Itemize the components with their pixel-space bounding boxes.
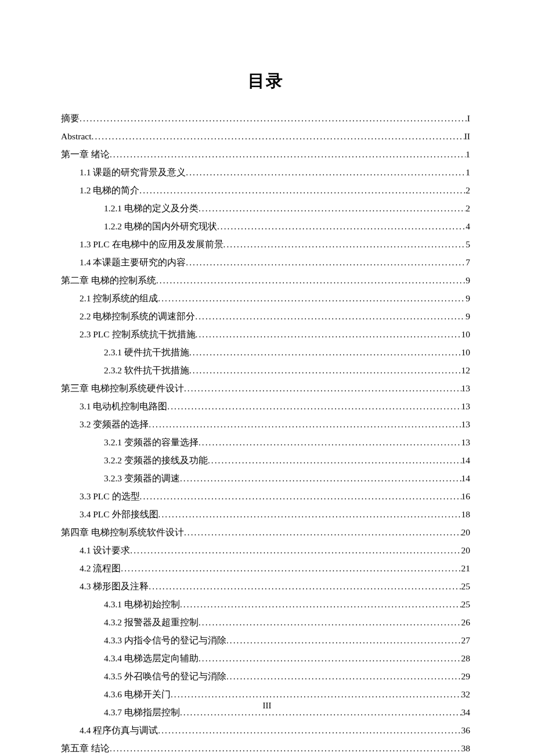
toc-entry-page: 1	[466, 145, 470, 163]
toc-dot-leader: ........................................…	[189, 361, 461, 379]
toc-entry: 第四章 电梯控制系统软件设计 .........................…	[61, 523, 470, 541]
toc-entry: 3.3 PLC 的选型 ............................…	[61, 487, 470, 505]
toc-dot-leader: ........................................…	[92, 127, 464, 145]
toc-entry: 2.2 电梯控制系统的调速部分 ........................…	[61, 307, 470, 325]
toc-dot-leader: ........................................…	[184, 523, 461, 541]
toc-dot-leader: ........................................…	[180, 595, 461, 613]
toc-dot-leader: ........................................…	[199, 199, 466, 217]
toc-entry-page: 14	[461, 451, 471, 469]
toc-entry-page: 14	[461, 469, 471, 487]
toc-entry-label: 4.3.1 电梯初始控制	[104, 595, 180, 613]
toc-entry: 4.3.4 电梯选层定向辅助 .........................…	[61, 649, 470, 667]
toc-dot-leader: ........................................…	[149, 577, 461, 595]
toc-entry-label: 1.4 本课题主要研究的内容	[80, 253, 186, 271]
toc-entry-label: 第三章 电梯控制系统硬件设计	[61, 379, 184, 397]
toc-entry: 4.3.2 报警器及超重控制 .........................…	[61, 613, 470, 631]
toc-entry: Abstract ...............................…	[61, 127, 470, 145]
toc-entry-page: 29	[461, 667, 471, 685]
toc-entry-label: 4.3.3 内指令信号的登记与消除	[104, 631, 226, 649]
toc-entry-label: 1.3 PLC 在电梯中的应用及发展前景	[80, 235, 223, 253]
toc-entry-page: 2	[466, 181, 470, 199]
toc-entry-label: 4.3 梯形图及注释	[80, 577, 149, 595]
toc-dot-leader: ........................................…	[121, 559, 461, 577]
toc-entry-page: 13	[461, 379, 471, 397]
toc-entry-page: I	[467, 109, 470, 127]
toc-entry-page: 28	[461, 649, 471, 667]
toc-entry: 4.3.3 内指令信号的登记与消除 ......................…	[61, 631, 470, 649]
toc-entry: 3.2.3 变频器的调速 ...........................…	[61, 469, 470, 487]
toc-dot-leader: ........................................…	[158, 721, 461, 739]
toc-entry-label: 2.1 控制系统的组成	[80, 289, 158, 307]
toc-entry: 4.2 流程图 ................................…	[61, 559, 470, 577]
toc-entry-label: 2.3.2 软件抗干扰措施	[104, 361, 189, 379]
toc-dot-leader: ........................................…	[140, 487, 461, 505]
table-of-contents: 摘要 .....................................…	[61, 109, 470, 756]
toc-entry-label: 4.3.2 报警器及超重控制	[104, 613, 199, 631]
toc-entry-page: 13	[461, 415, 471, 433]
toc-entry: 3.2.1 变频器的容量选择 .........................…	[61, 433, 470, 451]
toc-dot-leader: ........................................…	[196, 325, 461, 343]
toc-entry-page: 10	[461, 343, 471, 361]
toc-entry-label: 3.2.2 变频器的接线及功能	[104, 451, 208, 469]
toc-dot-leader: ........................................…	[149, 415, 461, 433]
toc-entry: 2.1 控制系统的组成 ............................…	[61, 289, 470, 307]
toc-entry-label: 3.2.1 变频器的容量选择	[104, 433, 199, 451]
toc-entry-page: 21	[461, 559, 471, 577]
toc-entry-label: 第五章 结论	[61, 739, 110, 756]
toc-entry: 1.4 本课题主要研究的内容 .........................…	[61, 253, 470, 271]
toc-entry: 4.1 设计要求 ...............................…	[61, 541, 470, 559]
document-page: 目录 摘要 ..................................…	[0, 0, 534, 756]
toc-entry-label: 2.2 电梯控制系统的调速部分	[80, 307, 195, 325]
toc-dot-leader: ........................................…	[110, 145, 466, 163]
toc-entry-label: 4.4 程序仿真与调试	[80, 721, 158, 739]
toc-dot-leader: ........................................…	[180, 469, 461, 487]
toc-entry: 4.4 程序仿真与调试 ............................…	[61, 721, 470, 739]
toc-dot-leader: ........................................…	[167, 397, 461, 415]
toc-entry-page: 9	[466, 307, 470, 325]
toc-entry-label: 第二章 电梯的控制系统	[61, 271, 156, 289]
toc-dot-leader: ........................................…	[189, 343, 461, 361]
toc-entry-page: 26	[461, 613, 471, 631]
toc-entry-page: 25	[461, 577, 471, 595]
toc-entry: 1.3 PLC 在电梯中的应用及发展前景 ...................…	[61, 235, 470, 253]
toc-entry-label: 4.3.4 电梯选层定向辅助	[104, 649, 199, 667]
toc-dot-leader: ........................................…	[195, 307, 466, 325]
toc-dot-leader: ........................................…	[226, 631, 461, 649]
toc-entry-page: 9	[466, 271, 470, 289]
toc-entry-label: 4.2 流程图	[80, 559, 121, 577]
toc-entry-label: 4.3.5 外召唤信号的登记与消除	[104, 667, 226, 685]
toc-entry-page: 36	[461, 721, 471, 739]
toc-dot-leader: ........................................…	[199, 433, 461, 451]
toc-dot-leader: ........................................…	[217, 217, 466, 235]
toc-dot-leader: ........................................…	[208, 451, 461, 469]
toc-entry: 3.1 电动机控制电路图 ...........................…	[61, 397, 470, 415]
toc-entry-page: 13	[461, 433, 471, 451]
toc-entry: 3.2.2 变频器的接线及功能 ........................…	[61, 451, 470, 469]
toc-entry-page: 20	[461, 523, 471, 541]
toc-dot-leader: ........................................…	[199, 649, 461, 667]
toc-entry-label: 2.3 PLC 控制系统抗干扰措施	[80, 325, 196, 343]
toc-dot-leader: ........................................…	[226, 667, 461, 685]
toc-entry-label: 1.2.1 电梯的定义及分类	[104, 199, 199, 217]
toc-entry-label: 3.2 变频器的选择	[80, 415, 149, 433]
toc-entry: 1.2 电梯的简介 ..............................…	[61, 181, 470, 199]
toc-entry-label: Abstract	[61, 127, 92, 145]
toc-entry-label: 1.2.2 电梯的国内外研究现状	[104, 217, 217, 235]
toc-entry-page: 5	[466, 235, 470, 253]
toc-entry-page: 9	[466, 289, 470, 307]
toc-entry-page: 20	[461, 541, 471, 559]
toc-entry-label: 2.3.1 硬件抗干扰措施	[104, 343, 189, 361]
toc-dot-leader: ........................................…	[158, 289, 466, 307]
toc-entry-label: 1.2 电梯的简介	[80, 181, 139, 199]
toc-entry-page: 25	[461, 595, 471, 613]
toc-entry-label: 3.2.3 变频器的调速	[104, 469, 180, 487]
toc-entry: 4.3.5 外召唤信号的登记与消除 ......................…	[61, 667, 470, 685]
toc-dot-leader: ........................................…	[158, 505, 461, 523]
toc-entry: 2.3 PLC 控制系统抗干扰措施 ......................…	[61, 325, 470, 343]
toc-entry: 第二章 电梯的控制系统 ............................…	[61, 271, 470, 289]
toc-dot-leader: ........................................…	[184, 379, 461, 397]
toc-entry: 第三章 电梯控制系统硬件设计 .........................…	[61, 379, 470, 397]
toc-entry-label: 第一章 绪论	[61, 145, 110, 163]
toc-dot-leader: ........................................…	[199, 613, 461, 631]
toc-entry-label: 4.1 设计要求	[80, 541, 130, 559]
